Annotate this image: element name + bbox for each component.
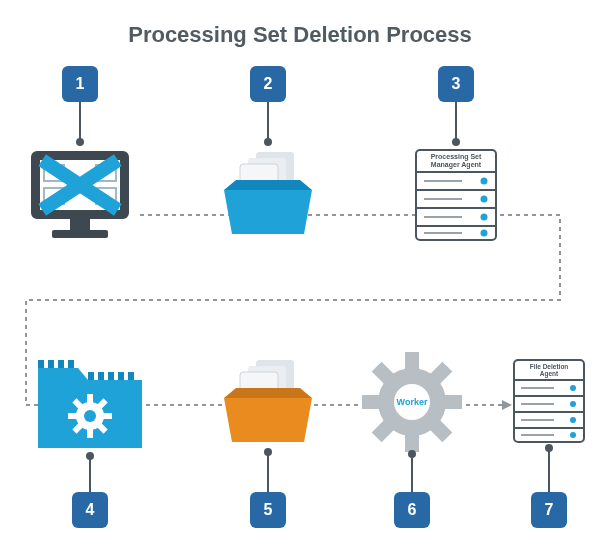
step-number: 4 [86, 501, 95, 519]
svg-rect-30 [98, 372, 104, 380]
stem [79, 102, 81, 142]
step-number: 2 [264, 75, 273, 93]
svg-point-69 [570, 432, 576, 438]
stem [411, 454, 413, 492]
step-number: 6 [408, 501, 417, 519]
folder-gear-icon [34, 352, 146, 454]
server-file-deletion-icon: File Deletion Agent [512, 358, 586, 444]
stem [548, 448, 550, 492]
svg-rect-25 [38, 360, 44, 368]
stem [89, 456, 91, 492]
svg-rect-38 [68, 413, 78, 419]
svg-rect-48 [405, 352, 419, 370]
step-badge-7: 7 [531, 492, 567, 528]
step-badge-1: 1 [62, 66, 98, 102]
svg-rect-35 [87, 394, 93, 404]
svg-rect-36 [87, 428, 93, 438]
step-number: 3 [452, 75, 461, 93]
step-badge-5: 5 [250, 492, 286, 528]
svg-rect-29 [88, 372, 94, 380]
stem [455, 102, 457, 142]
diagram-canvas: Processing Set Deletion Process 1 2 3 [0, 0, 600, 556]
worker-label: Worker [397, 397, 428, 407]
filebox-orange-icon [222, 358, 314, 448]
agent-label: Processing Set Manager Agent [414, 153, 498, 168]
svg-rect-31 [108, 372, 114, 380]
svg-point-22 [481, 196, 488, 203]
svg-point-66 [570, 385, 576, 391]
step-badge-4: 4 [72, 492, 108, 528]
filebox-blue-icon [222, 150, 314, 240]
gear-worker-icon: Worker [360, 350, 464, 454]
svg-rect-7 [70, 216, 90, 230]
svg-rect-26 [48, 360, 54, 368]
stem [267, 452, 269, 492]
svg-rect-51 [362, 395, 380, 409]
svg-point-43 [84, 410, 96, 422]
step-badge-2: 2 [250, 66, 286, 102]
step-number: 7 [545, 501, 554, 519]
step-number: 5 [264, 501, 273, 519]
server-agent-icon: Processing Set Manager Agent [414, 148, 498, 242]
svg-point-67 [570, 401, 576, 407]
svg-point-21 [481, 178, 488, 185]
svg-rect-50 [444, 395, 462, 409]
step-number: 1 [76, 75, 85, 93]
svg-rect-32 [118, 372, 124, 380]
svg-rect-27 [58, 360, 64, 368]
step-badge-3: 3 [438, 66, 474, 102]
svg-point-24 [481, 230, 488, 237]
stem [267, 102, 269, 142]
svg-rect-37 [102, 413, 112, 419]
svg-rect-28 [68, 360, 74, 368]
svg-marker-0 [502, 400, 512, 410]
svg-rect-33 [128, 372, 134, 380]
agent-label: File Deletion Agent [512, 363, 586, 377]
svg-point-23 [481, 214, 488, 221]
svg-point-68 [570, 417, 576, 423]
svg-rect-8 [52, 230, 108, 238]
step-badge-6: 6 [394, 492, 430, 528]
monitor-delete-icon [30, 150, 130, 246]
